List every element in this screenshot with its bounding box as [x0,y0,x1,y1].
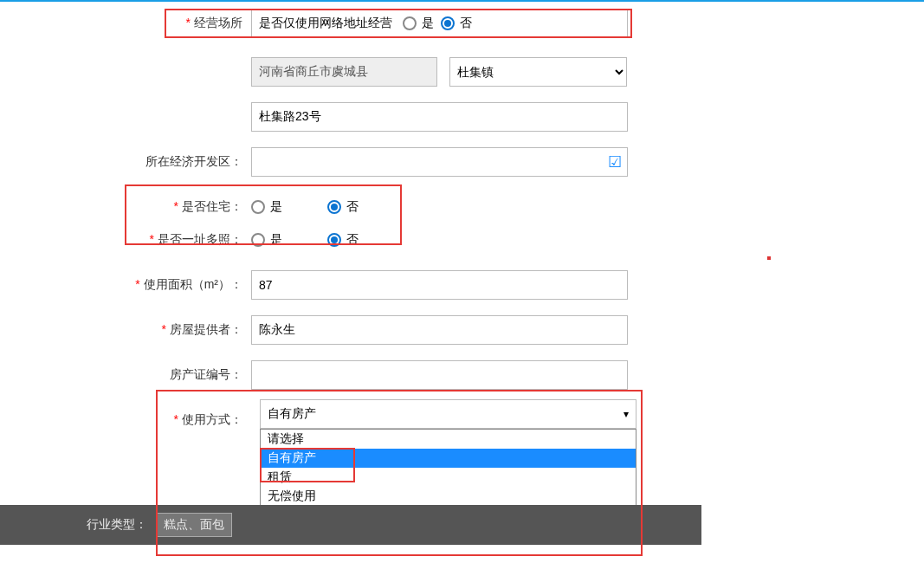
required-star: * [174,412,178,426]
industry-type-button[interactable]: 糕点、面包 [156,513,232,537]
label-cert-no: 房产证编号： [170,367,242,381]
residence-no-radio[interactable]: 否 [327,199,359,215]
use-mode-option-selected[interactable]: 自有房产 [261,449,636,468]
label-biz-place: 经营场所 [194,16,242,29]
network-only-question: 是否仅使用网络地址经营 [259,16,392,31]
use-mode-select[interactable]: 自有房产 ▾ [260,399,636,429]
address-detail-input[interactable] [251,102,628,132]
dev-zone-picker-icon[interactable]: ☑ [605,152,624,171]
network-only-yes-radio[interactable]: 是 [403,16,434,31]
chevron-down-icon: ▾ [624,408,629,420]
dev-zone-input[interactable] [251,147,628,177]
residence-yes-radio[interactable]: 是 [251,199,282,215]
required-star: * [135,277,139,291]
use-mode-option[interactable]: 请选择 [261,430,636,449]
label-provider: 房屋提供者： [170,322,242,336]
required-star: * [150,232,154,246]
red-dot-marker [767,256,771,260]
required-star: * [186,16,191,29]
bottom-bar: 行业类型： 糕点、面包 [0,505,701,545]
label-dev-zone: 所在经济开发区： [145,154,242,168]
required-star: * [174,199,178,213]
label-industry-type: 行业类型： [87,517,147,533]
town-select[interactable]: 杜集镇 [449,57,627,87]
network-only-no-radio[interactable]: 否 [441,16,472,31]
one-addr-no-radio[interactable]: 否 [327,232,359,248]
label-area: 使用面积（m²）： [144,277,242,291]
use-mode-selected: 自有房产 [268,406,316,422]
required-star: * [162,322,166,336]
label-use-mode: 使用方式： [182,412,242,426]
region-input [251,57,437,87]
cert-no-input[interactable] [251,360,628,390]
one-addr-yes-radio[interactable]: 是 [251,232,282,248]
use-mode-option[interactable]: 租赁 [261,468,636,487]
label-one-addr-multi: 是否一址多照： [158,232,242,246]
use-mode-option[interactable]: 无偿使用 [261,487,636,506]
label-is-residence: 是否住宅： [182,199,242,213]
provider-input[interactable] [251,315,628,345]
area-input[interactable] [251,270,628,300]
network-only-group: 是否仅使用网络地址经营 是 否 [251,9,628,38]
